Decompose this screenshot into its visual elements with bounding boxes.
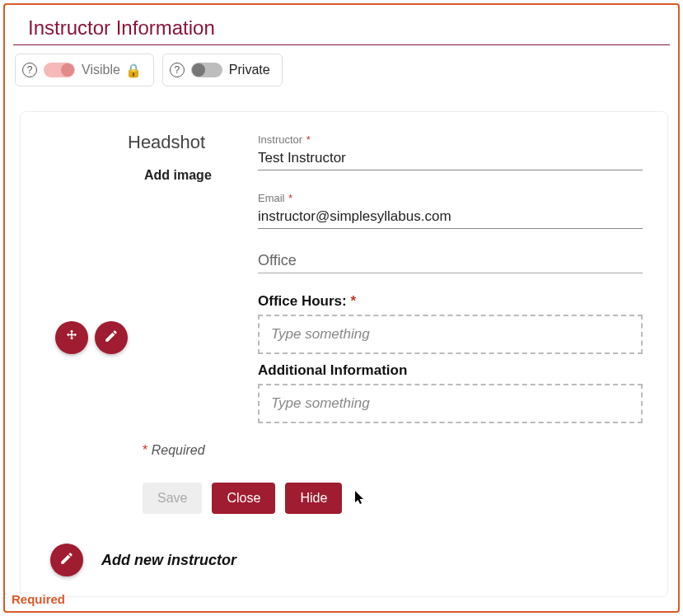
move-button[interactable]: [55, 321, 88, 354]
email-label: Email: [258, 192, 285, 204]
page-title: Instructor Information: [13, 5, 670, 45]
pencil-icon: [59, 551, 74, 569]
headshot-label: Headshot: [128, 132, 258, 153]
private-label: Private: [229, 63, 270, 77]
required-note: * Required: [143, 443, 653, 458]
close-button[interactable]: Close: [212, 483, 275, 514]
help-icon[interactable]: ?: [22, 63, 37, 77]
required-star: *: [350, 293, 356, 309]
buttons-row: Save Close Hide: [143, 483, 653, 514]
hide-button[interactable]: Hide: [285, 483, 342, 514]
email-field-block: Email *: [258, 190, 643, 229]
office-hours-block: Office Hours: * Type something: [258, 293, 643, 354]
cursor-icon: [355, 491, 367, 510]
instructor-input[interactable]: [258, 147, 643, 170]
office-hours-input[interactable]: Type something: [258, 315, 643, 354]
lock-icon: 🔒: [125, 63, 142, 78]
instructor-label: Instructor: [258, 133, 302, 146]
instructor-card: Headshot Add image: [20, 111, 668, 597]
private-switch[interactable]: [191, 63, 222, 77]
instructor-field-block: Instructor *: [258, 132, 643, 170]
additional-info-block: Additional Information Type something: [258, 362, 643, 423]
edit-button[interactable]: [95, 321, 128, 354]
required-star: *: [306, 133, 311, 146]
required-star: *: [288, 192, 292, 204]
footer-required: Required: [12, 592, 65, 606]
private-toggle-pill: ? Private: [162, 54, 283, 86]
visibility-toggles: ? Visible 🔒 ? Private: [15, 54, 670, 86]
office-input[interactable]: [258, 249, 643, 273]
help-icon[interactable]: ?: [170, 63, 185, 77]
pencil-icon: [104, 329, 119, 347]
visible-label: Visible: [82, 63, 120, 77]
move-icon: [64, 329, 79, 347]
required-star: *: [143, 443, 147, 457]
add-instructor-button[interactable]: [50, 544, 83, 576]
visible-switch[interactable]: [44, 63, 75, 77]
add-image-button[interactable]: Add image: [141, 166, 215, 184]
required-text: Required: [152, 443, 205, 457]
save-button: Save: [143, 483, 202, 514]
additional-info-input[interactable]: Type something: [258, 384, 643, 423]
office-field-block: [258, 249, 643, 273]
office-hours-label: Office Hours:: [258, 293, 347, 309]
additional-info-label: Additional Information: [258, 362, 643, 379]
email-input[interactable]: [258, 205, 643, 229]
add-instructor-label: Add new instructor: [101, 552, 236, 569]
add-instructor-row: Add new instructor: [50, 544, 653, 576]
visible-toggle-pill: ? Visible 🔒: [15, 54, 154, 86]
